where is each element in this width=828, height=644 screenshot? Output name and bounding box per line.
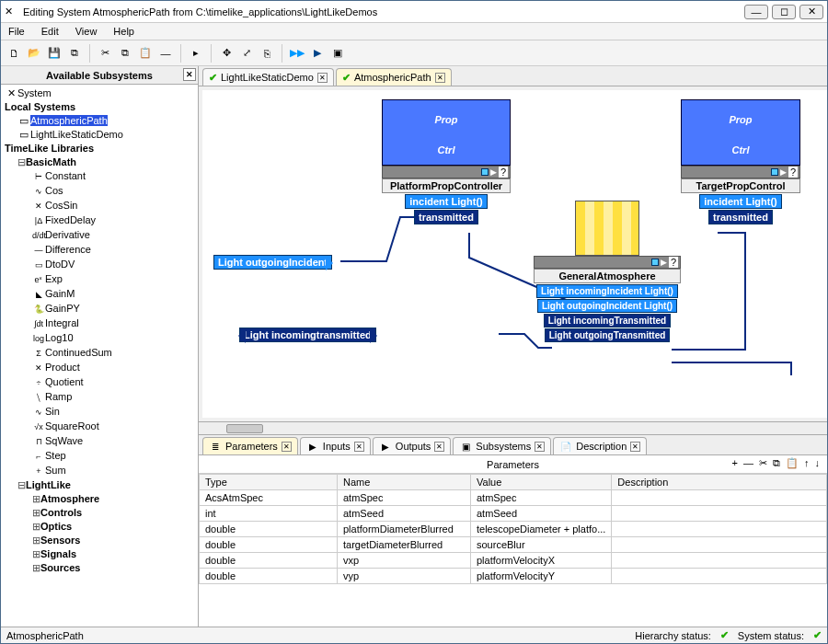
tree-item-Signals[interactable]: Signals	[40, 548, 76, 559]
add-param-button[interactable]: +	[732, 457, 738, 469]
table-cell[interactable]: platformDiameterBlurred	[338, 522, 471, 537]
table-cell[interactable]: sourceBlur	[471, 537, 612, 553]
zoom-out-button[interactable]: ⤢	[237, 44, 256, 63]
twisty-icon[interactable]: ⊞	[32, 534, 40, 547]
tab-close-button[interactable]: ✕	[630, 442, 640, 452]
table-cell[interactable]: platformVelocityX	[471, 553, 612, 569]
save-button[interactable]: 💾	[45, 44, 63, 63]
table-cell[interactable]: double	[200, 522, 338, 537]
twisty-icon[interactable]: ⊞	[32, 492, 40, 506]
sidebar-close-button[interactable]: ✕	[183, 68, 196, 81]
col-description[interactable]: Description	[612, 475, 827, 490]
atm-port-2[interactable]: Light outgoingIncident Light()	[537, 299, 677, 313]
tree-item-Optics[interactable]: Optics	[40, 521, 72, 532]
tree-item-SqWave[interactable]: SqWave	[45, 435, 83, 446]
tree-item-FixedDelay[interactable]: FixedDelay	[45, 214, 96, 225]
block-toolbar[interactable]: ▶?	[681, 166, 800, 178]
tree-item-Derivative[interactable]: Derivative	[45, 229, 90, 240]
tree-item-SquareRoot[interactable]: SquareRoot	[45, 420, 99, 431]
run-button[interactable]: ▸	[187, 44, 205, 63]
cut-button[interactable]: ✂	[96, 44, 114, 63]
block-toolbar[interactable]: ▶?	[382, 166, 511, 178]
tree-item-Ramp[interactable]: Ramp	[45, 391, 72, 402]
bottom-tab-description[interactable]: 📄Description✕	[553, 437, 647, 454]
table-cell[interactable]: atmSpec	[338, 490, 471, 506]
table-cell[interactable]: platformVelocityY	[471, 569, 612, 584]
twisty-icon[interactable]: ⊟	[17, 478, 26, 492]
input-icon[interactable]: ▶▶	[288, 44, 306, 63]
table-cell[interactable]	[612, 522, 827, 537]
params-table[interactable]: TypeNameValueDescription AcsAtmSpecatmSp…	[199, 474, 827, 584]
table-cell[interactable]	[612, 537, 827, 553]
tree-basicmath[interactable]: BasicMath	[26, 156, 76, 167]
port-incident[interactable]: incident Light()	[699, 194, 781, 209]
menu-help[interactable]: Help	[109, 25, 138, 38]
twisty-icon[interactable]: ⊞	[32, 520, 40, 534]
bottom-tab-inputs[interactable]: ▶Inputs✕	[300, 437, 371, 454]
port-transmitted[interactable]: transmitted	[708, 210, 773, 224]
tree-item-AtmosphericPath[interactable]: AtmosphericPath	[30, 115, 108, 126]
tree-item-Sin[interactable]: Sin	[45, 406, 60, 417]
twisty-icon[interactable]: ⊞	[32, 547, 40, 561]
tree-item-Sensors[interactable]: Sensors	[40, 535, 80, 546]
bottom-tab-subsystems[interactable]: ▣Subsystems✕	[453, 437, 551, 454]
canvas[interactable]: PropCtrl ▶? PlatformPropController incid…	[202, 90, 827, 418]
editor-tab-AtmosphericPath[interactable]: ✔AtmosphericPath✕	[336, 68, 452, 86]
table-cell[interactable]	[612, 490, 827, 506]
tab-close-button[interactable]: ✕	[317, 73, 328, 83]
open-button[interactable]: 📂	[25, 44, 43, 63]
tree-item-Log10[interactable]: Log10	[45, 332, 74, 343]
block-target[interactable]: PropCtrl ▶? TargetPropControl incident L…	[681, 99, 800, 224]
scrollbar-thumb[interactable]	[226, 424, 263, 433]
flag-incoming-transmitted[interactable]: Light incomingtransmitted	[239, 328, 376, 342]
paste-param-button[interactable]: 📋	[786, 457, 799, 469]
tree-item-GainPY[interactable]: GainPY	[45, 303, 80, 314]
zoom-fit-button[interactable]: ✥	[217, 44, 236, 63]
minimize-button[interactable]: —	[744, 5, 768, 19]
table-cell[interactable]: targetDiameterBlurred	[338, 537, 471, 553]
table-cell[interactable]: vxp	[338, 553, 471, 569]
output-icon[interactable]: ▶	[308, 44, 327, 63]
atm-port-3[interactable]: Light incomingTransmitted	[544, 314, 671, 328]
table-cell[interactable]	[612, 553, 827, 569]
port-incident[interactable]: incident Light()	[405, 194, 487, 209]
close-button[interactable]: ✕	[799, 5, 823, 19]
tree[interactable]: ✕SystemLocal Systems▭AtmosphericPath▭Lig…	[1, 85, 198, 627]
table-cell[interactable]: int	[200, 506, 338, 522]
port-transmitted[interactable]: transmitted	[414, 210, 478, 224]
editor-tab-LightLikeStaticDemo[interactable]: ✔LightLikeStaticDemo✕	[202, 68, 334, 86]
tree-item-Integral[interactable]: Integral	[45, 317, 79, 328]
block-toolbar[interactable]: ▶?	[534, 256, 681, 269]
table-cell[interactable]: double	[200, 537, 338, 553]
table-cell[interactable]: atmSeed	[471, 506, 612, 522]
moveup-param-button[interactable]: ↑	[804, 457, 810, 469]
tree-item-DtoDV[interactable]: DtoDV	[45, 259, 75, 270]
maximize-button[interactable]: ◻	[772, 5, 796, 19]
col-name[interactable]: Name	[338, 475, 471, 490]
subsystem-icon[interactable]: ▣	[328, 44, 347, 63]
tab-close-button[interactable]: ✕	[354, 442, 364, 452]
table-cell[interactable]: double	[200, 569, 338, 584]
tree-item-Constant[interactable]: Constant	[45, 170, 86, 181]
copy-param-button[interactable]: ⧉	[773, 457, 780, 469]
tab-close-button[interactable]: ✕	[282, 442, 292, 452]
atm-port-1[interactable]: Light incomingIncident Light()	[536, 284, 678, 298]
table-cell[interactable]: atmSpec	[471, 490, 612, 506]
table-cell[interactable]: double	[200, 553, 338, 569]
table-cell[interactable]: atmSeed	[338, 506, 471, 522]
tree-item-Product[interactable]: Product	[45, 362, 80, 373]
copy-button[interactable]: ⧉	[116, 44, 134, 63]
table-row[interactable]: doubletargetDiameterBlurredsourceBlur	[200, 537, 827, 553]
table-row[interactable]: doubleplatformDiameterBlurredtelescopeDi…	[200, 522, 827, 537]
tree-system[interactable]: System	[17, 87, 52, 98]
tree-item-Step[interactable]: Step	[45, 450, 66, 461]
tree-item-GainM[interactable]: GainM	[45, 288, 75, 299]
table-cell[interactable]	[612, 569, 827, 584]
flag-outgoing-incident[interactable]: Light outgoingIncident	[213, 255, 332, 270]
atm-port-4[interactable]: Light outgoingTransmitted	[545, 328, 671, 342]
tree-item-LightLikeStaticDemo[interactable]: LightLikeStaticDemo	[30, 129, 123, 140]
tab-close-button[interactable]: ✕	[535, 442, 545, 452]
delete-button[interactable]: —	[156, 44, 175, 63]
tree-lightlike[interactable]: LightLike	[26, 479, 71, 490]
twisty-icon[interactable]: ⊞	[32, 561, 40, 575]
